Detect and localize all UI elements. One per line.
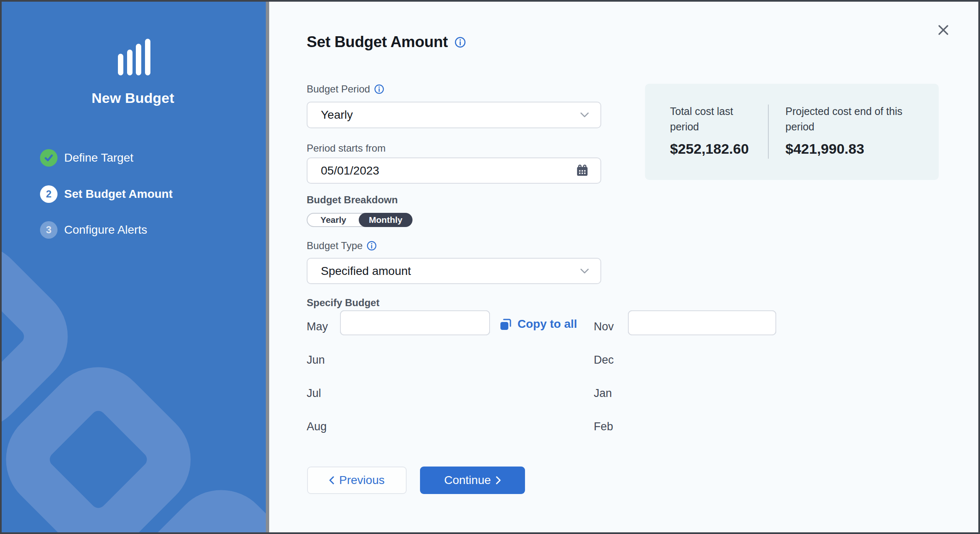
wizard-title: New Budget: [0, 90, 266, 106]
budget-period-value: Yearly: [321, 108, 580, 122]
step-complete-badge: [40, 149, 58, 167]
info-icon[interactable]: [374, 84, 384, 94]
month-label-may: May: [307, 314, 328, 339]
step-define-target[interactable]: Define Target: [40, 149, 133, 167]
title-info-icon[interactable]: [455, 37, 466, 48]
total-cost-label: Total cost last period: [670, 104, 764, 135]
specify-budget-label: Specify Budget: [307, 297, 380, 309]
month-label-jan: Jan: [594, 381, 612, 406]
step-label: Define Target: [64, 151, 133, 165]
chevron-left-icon: [329, 476, 334, 484]
cost-summary-card: Total cost last period $252,182.60 Proje…: [645, 84, 939, 180]
toggle-option-yearly[interactable]: Yearly: [308, 214, 359, 226]
summary-divider: [768, 105, 769, 159]
total-cost-value: $252,182.60: [670, 141, 764, 157]
projected-cost-value: $421,990.83: [785, 141, 923, 157]
set-budget-panel: Set Budget Amount Budget Period Yearl: [269, 0, 980, 534]
budget-type-value: Specified amount: [321, 265, 580, 278]
calendar-icon[interactable]: [576, 164, 589, 177]
month-label-dec: Dec: [594, 347, 614, 372]
step-set-budget-amount[interactable]: 2 Set Budget Amount: [40, 185, 172, 203]
new-budget-modal: New Budget Define Target 2 Set Budget Am…: [0, 0, 980, 534]
budget-input-next-partial[interactable]: [628, 310, 776, 335]
step-label: Configure Alerts: [64, 223, 147, 237]
budget-breakdown-label: Budget Breakdown: [307, 194, 398, 206]
budget-type-select[interactable]: Specified amount: [307, 258, 601, 284]
month-label-jun: Jun: [307, 347, 325, 372]
check-icon: [43, 152, 54, 163]
period-start-date-field: [307, 157, 601, 184]
close-icon: [938, 24, 949, 36]
projected-cost-label: Projected cost end of this period: [785, 104, 923, 135]
step-number-badge: 3: [40, 221, 58, 239]
chevron-right-icon: [496, 476, 501, 484]
chevron-down-icon: [580, 269, 589, 274]
month-label-nov: Nov: [594, 314, 614, 339]
wizard-sidebar: New Budget Define Target 2 Set Budget Am…: [0, 0, 269, 534]
month-label-jul: Jul: [307, 381, 321, 406]
step-label: Set Budget Amount: [64, 187, 172, 201]
step-configure-alerts[interactable]: 3 Configure Alerts: [40, 221, 147, 239]
app-logo-icon: [118, 39, 150, 75]
chevron-down-icon: [580, 112, 589, 117]
period-starts-label: Period starts from: [307, 142, 385, 154]
brand-watermark-icon: [0, 0, 268, 534]
month-label-aug: Aug: [307, 414, 327, 439]
budget-breakdown-toggle: Yearly Monthly: [307, 213, 412, 227]
budget-type-label: Budget Type: [307, 240, 377, 252]
step-number-badge: 2: [40, 185, 58, 203]
copy-to-all-button[interactable]: Copy to all: [498, 317, 577, 331]
budget-period-select[interactable]: Yearly: [307, 102, 601, 128]
budget-input-next-partial[interactable]: [340, 310, 490, 335]
close-button[interactable]: [933, 20, 953, 40]
copy-icon: [498, 317, 512, 331]
page-title: Set Budget Amount: [307, 33, 448, 51]
period-start-date-input[interactable]: [321, 164, 576, 177]
info-icon[interactable]: [367, 241, 377, 251]
toggle-option-monthly[interactable]: Monthly: [359, 213, 412, 227]
previous-button[interactable]: Previous: [307, 467, 407, 494]
continue-button[interactable]: Continue: [420, 467, 525, 494]
monthly-budget-grid: May Jun Jul Aug Copy to all Nov Dec J: [269, 310, 978, 457]
month-label-feb: Feb: [594, 414, 613, 439]
budget-period-label: Budget Period: [307, 83, 384, 95]
